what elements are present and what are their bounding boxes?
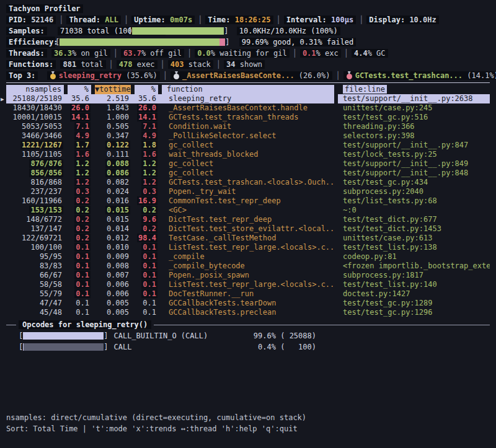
column-header-function[interactable]: function	[160, 85, 336, 94]
table-row[interactable]: 856/8561.20.0861.2gc_collecttest/support…	[6, 169, 490, 178]
top3-line: Top 3: sleeping_retry (35.6%)│_AssertRai…	[6, 70, 490, 81]
cell-value: 1.8	[141, 141, 157, 149]
table-row[interactable]: 100/1000.10.0100.1ListTest.test_repr_lar…	[6, 243, 490, 252]
cell-ns: 47/47	[6, 299, 66, 308]
table-row[interactable]: 237/2370.30.0240.3Popen._try_waitsubproc…	[6, 187, 490, 196]
cell-fn: _PollLikeSelector.select	[160, 131, 336, 141]
cell-fl: unittest/case.py:613	[336, 234, 490, 243]
cell-value: 148/6772	[25, 215, 63, 224]
function-stat-suffix: shown	[236, 60, 262, 69]
cell-fn: gc_collect	[160, 169, 336, 178]
table-row[interactable]: 876/8761.20.0881.2gc_collecttest/support…	[6, 159, 490, 169]
info-label: PID:	[9, 15, 31, 24]
table-row[interactable]: 95/950.10.0090.1_compilecodeop.py:81	[6, 252, 490, 261]
column-header-tottime-sorted[interactable]: ▼tottime	[93, 85, 133, 94]
thread-stat-value: 63.7	[123, 49, 141, 58]
cell-fn: gc_collect	[160, 141, 336, 150]
cell-pct: 4.9	[133, 131, 160, 141]
cell-value: 0.1	[74, 261, 91, 270]
table-row[interactable]: 816/8681.20.0821.2GCTests.test_trashcan.…	[6, 178, 490, 187]
table-row[interactable]: 83/830.10.0080.1_compile_bytecode<frozen…	[6, 261, 490, 271]
opcode-row: []CALL_BUILTIN_O (CALL)99.6% ( 25088)	[6, 330, 316, 341]
cell-value: 0.1	[141, 243, 157, 252]
selected-row-arrow-icon: ▶	[1, 95, 4, 104]
table-row[interactable]: 10001/1001514.11.00014.1GCTests.test_tra…	[6, 113, 490, 122]
table-row[interactable]: 5053/50537.10.5057.1Condition.waitthread…	[6, 122, 490, 131]
cell-ns: 1105/1105	[6, 150, 66, 159]
cell-value: 7.1	[74, 122, 91, 131]
column-header-file-line[interactable]: file:line	[336, 85, 490, 94]
cell-value: 0.1	[74, 280, 91, 289]
cell-ns: 10001/10015	[6, 113, 66, 122]
cell-tot: 0.014	[93, 224, 133, 234]
table-row[interactable]: 25188/2518935.62.51935.6sleeping_retryte…	[6, 94, 490, 103]
cell-pct: 16.9	[133, 196, 160, 206]
info-uptime: Uptime: 0m07s	[131, 15, 195, 24]
info-value: ALL	[105, 15, 118, 24]
table-row[interactable]: 153/1530.20.0150.2<GC>~:0	[6, 206, 490, 215]
cell-pct: 1.2	[133, 169, 160, 178]
column-header-nsamples[interactable]: nsamples	[6, 85, 66, 94]
table-row[interactable]: 47/470.10.0050.1GCCallbackTests.tearDown…	[6, 299, 490, 308]
info-value: 0m07s	[170, 15, 192, 24]
separator-bar: │	[332, 71, 343, 80]
separator-bar: │	[273, 15, 284, 24]
cell-value: 0.005	[105, 308, 130, 317]
table-row[interactable]: 45/480.10.0050.1GCCallbackTests.preclean…	[6, 308, 490, 317]
gold-medal-icon	[50, 71, 56, 79]
table-row[interactable]: 137/1470.20.0140.2DictTest.test_store_ev…	[6, 224, 490, 234]
cell-tot: 0.347	[93, 131, 133, 141]
footer-sort-line: Sort: Total Time | 't':mode 'x':trends ↔…	[6, 423, 306, 434]
cell-pct: 14.1	[133, 113, 160, 122]
table-row[interactable]: 1221/12671.70.1221.8gc_collecttest/suppo…	[6, 141, 490, 150]
cell-value: 0.1	[141, 261, 157, 270]
cell-fn: GCTests.test_trashcan_threads	[160, 113, 336, 122]
top3-percent: (35.6%)	[126, 71, 157, 80]
threads-line: Threads: 36.3% on gil│63.7% off gil│0.0%…	[6, 48, 490, 59]
cell-ns: 816/868	[6, 178, 66, 187]
cell-value: 1.6	[74, 150, 91, 159]
info-value: 10.0Hz	[409, 15, 436, 24]
cell-value: 0.008	[105, 261, 130, 270]
table-row[interactable]: 58/580.10.0060.1ListTest.test_repr_large…	[6, 280, 490, 289]
table-row[interactable]: 160/119660.20.01616.9CommonTest.test_rep…	[6, 196, 490, 206]
cell-pct: 0.1	[133, 243, 160, 252]
opcode-bar-fill	[23, 332, 103, 340]
info-interval: Interval: 100µs	[284, 15, 356, 24]
cell-pct: 0.1	[66, 271, 93, 280]
cell-fn: gc_collect	[160, 159, 336, 169]
table-row[interactable]: 18430/1843026.01.84326.0_AssertRaisesBas…	[6, 103, 490, 113]
table-row[interactable]: 55/790.10.0060.1DocTestRunner.__rundocte…	[6, 289, 490, 299]
cell-fl: <frozen importlib._bootstrap_externa	[336, 261, 490, 271]
cell-fl: test/test_list.py:140	[336, 280, 490, 289]
table-row[interactable]: 1105/11051.60.1111.6wait_threads_blocked…	[6, 150, 490, 159]
cell-ns: 45/48	[6, 308, 66, 317]
app-title: Tachyon Profiler	[6, 4, 83, 13]
table-row[interactable]: 122/697210.20.01298.4TestCase._callTestM…	[6, 234, 490, 243]
efficiency-summary: 99.69% good, 0.31% failed	[239, 38, 356, 46]
cell-fn: TestCase._callTestMethod	[160, 234, 336, 243]
cell-ns: 160/11966	[6, 196, 66, 206]
cell-pct: 0.1	[133, 261, 160, 271]
table-row[interactable]: 148/67720.20.0159.6DictTest.test_repr_de…	[6, 215, 490, 224]
table-row[interactable]: 66/670.10.0070.1Popen._posix_spawnsubpro…	[6, 271, 490, 280]
cell-fl: subprocess.py:2040	[336, 187, 490, 196]
efficiency-bar	[60, 38, 225, 46]
cell-ns: 1221/1267	[6, 141, 66, 150]
cell-tot: 0.009	[93, 252, 133, 261]
column-header-pct-cumulative[interactable]: %	[133, 85, 160, 94]
opcode-bar-close-bracket: ]	[104, 330, 108, 341]
cell-tot: 0.010	[93, 243, 133, 252]
cell-fl: ~:0	[336, 206, 490, 215]
cell-pct: 1.8	[133, 141, 160, 150]
cell-pct: 0.1	[133, 289, 160, 299]
separator-bar: │	[110, 49, 121, 58]
column-header-pct-direct[interactable]: %	[66, 85, 93, 94]
cell-value: 0.1	[74, 243, 91, 252]
table-row[interactable]: 3466/34664.90.3474.9_PollLikeSelector.se…	[6, 131, 490, 141]
top3-percent: (14.1%)	[467, 71, 496, 80]
info-label: Time:	[208, 15, 234, 24]
function-stat: 881 total	[60, 60, 105, 69]
cell-tot: 0.006	[93, 289, 133, 299]
cell-value: 26.0	[137, 103, 157, 112]
